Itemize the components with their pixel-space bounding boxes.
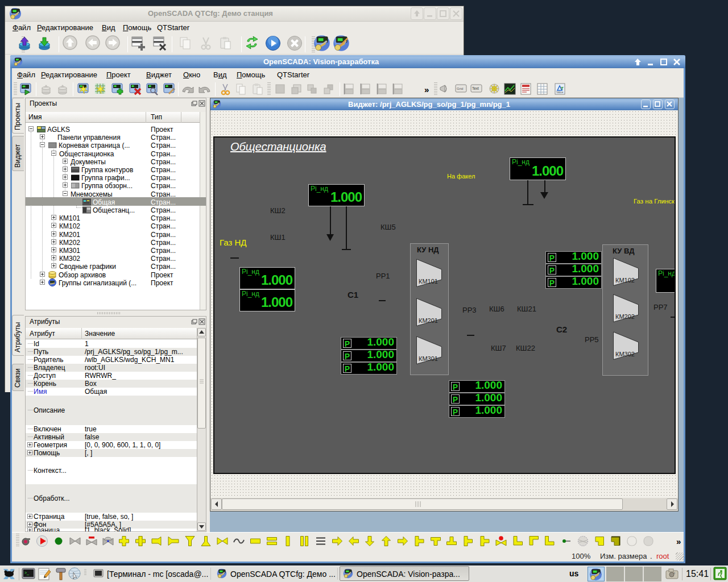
svg-text:Value: Value bbox=[556, 90, 564, 94]
svg-text:>_: >_ bbox=[24, 571, 29, 575]
svg-text:Grid: Grid bbox=[457, 87, 463, 90]
svg-text:Text: Text bbox=[472, 86, 479, 90]
svg-text:o: o bbox=[673, 571, 675, 575]
